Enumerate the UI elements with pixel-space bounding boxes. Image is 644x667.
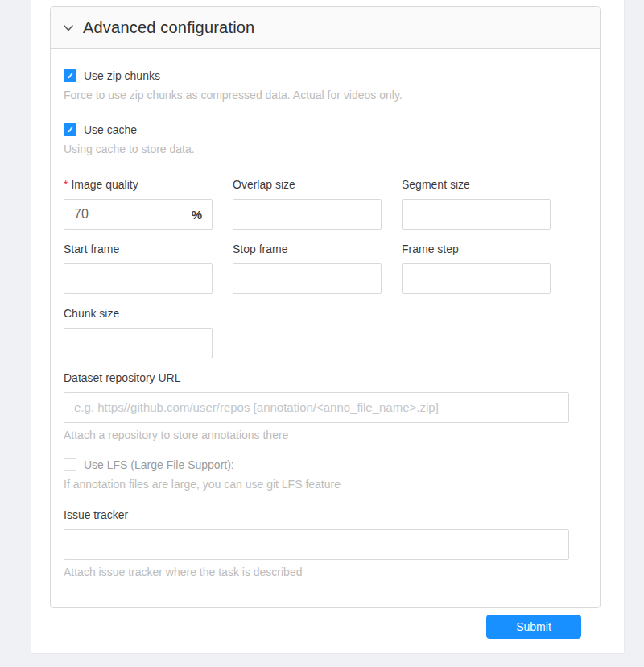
zip-chunks-checkbox[interactable]: ✓: [64, 69, 76, 82]
advanced-configuration-header[interactable]: Advanced configuration: [51, 7, 600, 49]
segment-size-label: Segment size: [402, 178, 551, 191]
cache-help: Using cache to store data.: [64, 143, 587, 155]
frame-step-input[interactable]: [402, 263, 551, 294]
spacer: [64, 441, 587, 458]
dataset-repository-field: Dataset repository URL Attach a reposito…: [64, 371, 587, 441]
issue-tracker-help: Attach issue tracker where the task is d…: [64, 566, 587, 578]
fields-row-3: Chunk size: [64, 307, 587, 358]
dataset-repository-help: Attach a repository to store annotations…: [64, 429, 587, 441]
checkmark-icon: ✓: [66, 126, 73, 135]
image-quality-input[interactable]: [64, 199, 213, 230]
spacer: [64, 155, 587, 178]
zip-chunks-row: ✓ Use zip chunks: [64, 68, 587, 83]
chunk-size-field: Chunk size: [64, 307, 213, 358]
lfs-label[interactable]: Use LFS (Large File Support):: [84, 458, 234, 471]
image-quality-input-wrap: %: [64, 199, 213, 230]
checkmark-icon: ✓: [66, 72, 73, 81]
spacer: [64, 294, 587, 307]
zip-chunks-help: Force to use zip chunks as compressed da…: [64, 89, 587, 102]
chunk-size-label: Chunk size: [64, 307, 213, 320]
chevron-down-icon: [64, 25, 73, 31]
fields-row-1: *Image quality % Overlap size Segment si…: [64, 178, 587, 230]
overlap-size-input[interactable]: [233, 199, 382, 230]
stop-frame-label: Stop frame: [233, 242, 382, 255]
lfs-help: If annotation files are large, you can u…: [64, 478, 587, 491]
segment-size-field: Segment size: [402, 178, 551, 230]
create-task-card: Advanced configuration ✓ Use zip chunks …: [31, 0, 625, 654]
spacer: [64, 230, 587, 242]
fields-row-2: Start frame Stop frame Frame step: [64, 242, 587, 294]
zip-chunks-label[interactable]: Use zip chunks: [84, 69, 160, 82]
dataset-repository-label: Dataset repository URL: [64, 371, 587, 384]
start-frame-input[interactable]: [64, 263, 213, 294]
overlap-size-field: Overlap size: [233, 178, 382, 230]
panel-title: Advanced configuration: [83, 19, 254, 37]
start-frame-field: Start frame: [64, 242, 213, 294]
segment-size-input[interactable]: [402, 199, 551, 230]
issue-tracker-input[interactable]: [64, 529, 569, 560]
image-quality-label-text: Image quality: [71, 178, 138, 191]
cache-row: ✓ Use cache: [64, 122, 587, 137]
spacer: [64, 491, 587, 508]
image-quality-field: *Image quality %: [64, 178, 213, 230]
frame-step-field: Frame step: [402, 242, 551, 294]
start-frame-label: Start frame: [64, 242, 213, 255]
cache-checkbox[interactable]: ✓: [64, 123, 76, 136]
issue-tracker-field: Issue tracker Attach issue tracker where…: [64, 508, 587, 578]
submit-button[interactable]: Submit: [486, 615, 581, 639]
issue-tracker-label: Issue tracker: [64, 508, 587, 521]
chunk-size-input[interactable]: [64, 328, 213, 358]
lfs-checkbox[interactable]: [64, 458, 76, 471]
advanced-configuration-panel: Advanced configuration ✓ Use zip chunks …: [50, 6, 601, 608]
image-quality-label: *Image quality: [64, 178, 213, 191]
spacer: [64, 102, 587, 122]
stop-frame-field: Stop frame: [233, 242, 382, 294]
stop-frame-input[interactable]: [233, 263, 382, 294]
spacer: [64, 358, 587, 371]
frame-step-label: Frame step: [402, 242, 551, 255]
lfs-row: Use LFS (Large File Support):: [64, 458, 587, 472]
advanced-configuration-body: ✓ Use zip chunks Force to use zip chunks…: [51, 49, 600, 608]
dataset-repository-input[interactable]: [64, 392, 569, 423]
cache-label[interactable]: Use cache: [84, 123, 137, 136]
required-asterisk: *: [64, 178, 68, 191]
overlap-size-label: Overlap size: [233, 178, 382, 191]
